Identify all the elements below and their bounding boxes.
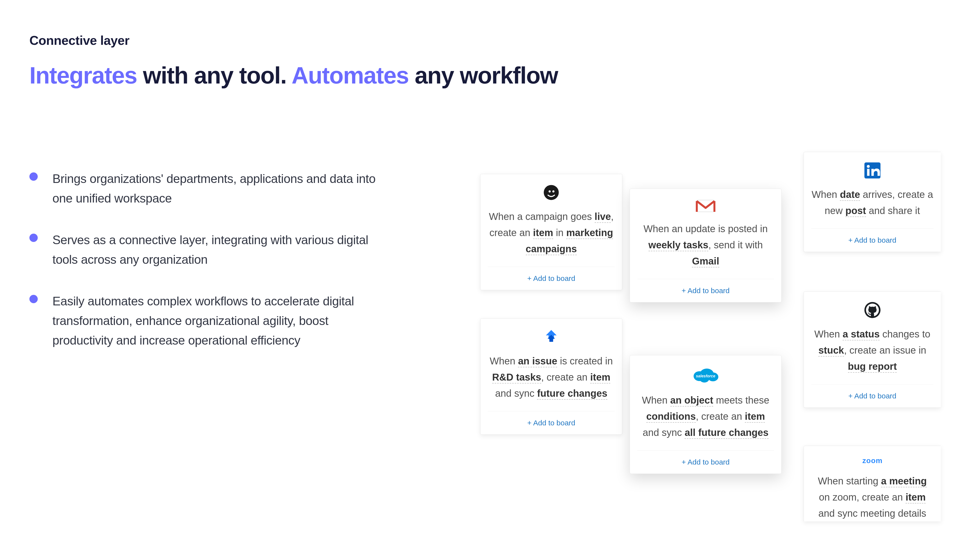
add-to-board-link[interactable]: + Add to board: [811, 229, 934, 252]
integration-card-description: When a status changes to stuck, create a…: [811, 326, 934, 375]
jira-icon: [488, 329, 615, 346]
add-to-board-link[interactable]: + Add to board: [637, 450, 774, 473]
linkedin-icon: [811, 162, 934, 179]
bullet-item: Easily automates complex workflows to ac…: [29, 291, 382, 350]
bullet-text: Brings organizations' departments, appli…: [52, 169, 382, 208]
svg-point-1: [549, 190, 551, 192]
bullet-dot-icon: [29, 233, 38, 242]
bullet-text: Serves as a connective layer, integratin…: [52, 230, 382, 269]
integration-card-description: When a campaign goes live, create an ite…: [488, 208, 615, 257]
headline-accent-2: Automates: [291, 62, 409, 88]
integration-card-github: When a status changes to stuck, create a…: [803, 291, 941, 408]
svg-text:zoom: zoom: [862, 456, 882, 465]
bullet-item: Brings organizations' departments, appli…: [29, 169, 382, 208]
integration-card-description: When an object meets these conditions, c…: [637, 392, 774, 441]
bullet-dot-icon: [29, 295, 38, 303]
add-to-board-link[interactable]: + Add to board: [811, 384, 934, 408]
svg-point-2: [552, 190, 554, 192]
page-headline: Integrates with any tool. Automates any …: [29, 62, 558, 88]
integration-card-description: When date arrives, create a new post and…: [811, 186, 934, 219]
integration-card-linkedin: When date arrives, create a new post and…: [803, 152, 941, 252]
svg-text:salesforce: salesforce: [696, 374, 715, 378]
integration-card-zoom: zoom When starting a meeting on zoom, cr…: [803, 446, 941, 521]
add-to-board-link[interactable]: + Add to board: [488, 267, 615, 290]
integration-card-mailchimp: When a campaign goes live, create an ite…: [480, 174, 622, 290]
add-to-board-link[interactable]: + Add to board: [637, 279, 774, 302]
svg-point-0: [544, 185, 558, 200]
github-icon: [811, 302, 934, 319]
zoom-icon: zoom: [811, 456, 934, 465]
salesforce-icon: salesforce: [637, 365, 774, 385]
bullet-list: Brings organizations' departments, appli…: [29, 169, 382, 372]
eyebrow: Connective layer: [29, 33, 129, 48]
bullet-text: Easily automates complex workflows to ac…: [52, 291, 382, 350]
mailchimp-icon: [488, 184, 615, 201]
headline-part-2: with any tool.: [137, 62, 291, 88]
gmail-icon: [637, 198, 774, 213]
bullet-dot-icon: [29, 172, 38, 181]
svg-point-6: [867, 165, 870, 168]
bullet-item: Serves as a connective layer, integratin…: [29, 230, 382, 269]
integration-card-description: When an update is posted in weekly tasks…: [637, 221, 774, 269]
svg-rect-5: [867, 169, 870, 176]
add-to-board-link[interactable]: + Add to board: [488, 411, 615, 434]
integration-card-description: When an issue is created in R&D tasks, c…: [488, 353, 615, 402]
integration-card-gmail: When an update is posted in weekly tasks…: [630, 189, 781, 302]
integration-cards-cluster: When a campaign goes live, create an ite…: [475, 152, 980, 551]
integration-card-description: When starting a meeting on zoom, create …: [811, 473, 934, 521]
headline-accent-1: Integrates: [29, 62, 137, 88]
integration-card-jira: When an issue is created in R&D tasks, c…: [480, 318, 622, 435]
headline-part-4: any workflow: [409, 62, 558, 88]
svg-rect-3: [697, 200, 714, 212]
integration-card-salesforce: salesforce When an object meets these co…: [630, 355, 781, 474]
